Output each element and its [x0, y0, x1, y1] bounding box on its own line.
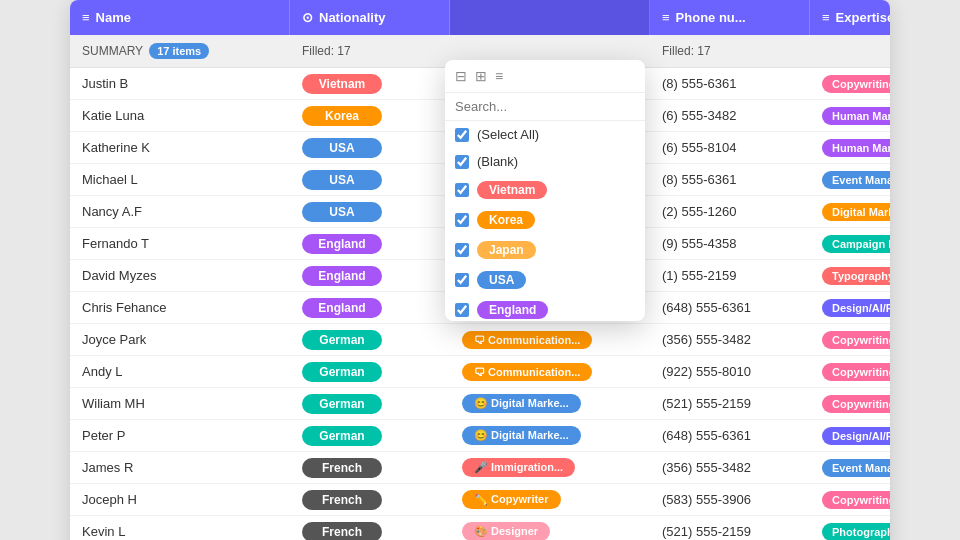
cell-nationality: German — [290, 420, 450, 451]
summary-expertise-cell — [810, 35, 890, 67]
nationality-pill: German — [302, 330, 382, 350]
cell-job: 😊 Digital Marke... — [450, 420, 650, 451]
cell-name: Kevin L — [70, 516, 290, 540]
cell-name: Michael L — [70, 164, 290, 195]
col-header-nationality[interactable]: ⊙ Nationality — [290, 0, 450, 35]
nationality-pill: French — [302, 490, 382, 510]
cell-name: Chris Fehance — [70, 292, 290, 323]
cell-nationality: French — [290, 516, 450, 540]
main-table: ≡ Name ⊙ Nationality ≡ Phone nu... ≡ Exp… — [70, 0, 890, 540]
job-pill: 🗨 Communication... — [462, 363, 592, 381]
dropdown-label-select-all: (Select All) — [477, 127, 539, 142]
checkbox-usa[interactable] — [455, 273, 469, 287]
cell-job: ✏️ Copywriter — [450, 484, 650, 515]
cell-nationality: USA — [290, 132, 450, 163]
cell-nationality: England — [290, 292, 450, 323]
table-row: Wiliam MHGerman😊 Digital Marke...(521) 5… — [70, 388, 890, 420]
dropdown-item-select-all[interactable]: (Select All) — [445, 121, 645, 148]
cell-phone: (583) 555-3906 — [650, 484, 810, 515]
dropdown-search-container[interactable] — [445, 93, 645, 121]
checkbox-japan[interactable] — [455, 243, 469, 257]
cell-expertise: Event Managem...Human Ma — [810, 164, 890, 195]
cell-name: Nancy A.F — [70, 196, 290, 227]
nationality-pill: Vietnam — [302, 74, 382, 94]
checkbox-korea[interactable] — [455, 213, 469, 227]
expertise-pill: Copywriting — [822, 363, 890, 381]
phone-menu-icon: ≡ — [662, 10, 670, 25]
col-phone-label: Phone nu... — [676, 10, 746, 25]
columns-icon[interactable]: ⊞ — [475, 68, 487, 84]
cell-phone: (521) 555-2159 — [650, 388, 810, 419]
cell-expertise: Campaign DesigDesign/AI/Pho — [810, 228, 890, 259]
cell-phone: (356) 555-3482 — [650, 324, 810, 355]
checkbox-select-all[interactable] — [455, 128, 469, 142]
col-header-expertise[interactable]: ≡ Expertise — [810, 0, 890, 35]
filter-icon[interactable]: ⊟ — [455, 68, 467, 84]
table-row: James RFrench🎤 Immigration...(356) 555-3… — [70, 452, 890, 484]
job-pill: 🎨 Designer — [462, 522, 550, 540]
col-name-label: Name — [96, 10, 131, 25]
dropdown-item-korea[interactable]: Korea — [445, 205, 645, 235]
expertise-pill: Copywriting — [822, 395, 890, 413]
cell-job: 🎤 Immigration... — [450, 452, 650, 483]
dropdown-item-usa[interactable]: USA — [445, 265, 645, 295]
cell-name: Andy L — [70, 356, 290, 387]
summary-nat-cell: Filled: 17 — [290, 35, 450, 67]
pill-korea: Korea — [477, 211, 535, 229]
bars-icon[interactable]: ≡ — [495, 68, 503, 84]
cell-nationality: German — [290, 388, 450, 419]
dropdown-item-england[interactable]: England — [445, 295, 645, 321]
nationality-pill: German — [302, 362, 382, 382]
cell-expertise: Design/AI/Pho — [810, 420, 890, 451]
cell-expertise: Human Manage — [810, 100, 890, 131]
cell-expertise: TypographyCampaign Des — [810, 260, 890, 291]
cell-phone: (6) 555-8104 — [650, 132, 810, 163]
cell-name: James R — [70, 452, 290, 483]
summary-label-cell: SUMMARY 17 items — [70, 35, 290, 67]
col-header-name[interactable]: ≡ Name — [70, 0, 290, 35]
cell-phone: (8) 555-6361 — [650, 164, 810, 195]
dropdown-item-vietnam[interactable]: Vietnam — [445, 175, 645, 205]
table-row: Andy LGerman🗨 Communication...(922) 555-… — [70, 356, 890, 388]
circle-icon: ⊙ — [302, 10, 313, 25]
cell-name: Wiliam MH — [70, 388, 290, 419]
cell-name: David Myzes — [70, 260, 290, 291]
cell-expertise: CopywritingEvent Managem... — [810, 68, 890, 99]
col-header-job[interactable] — [450, 0, 650, 35]
nationality-pill: England — [302, 234, 382, 254]
cell-phone: (6) 555-3482 — [650, 100, 810, 131]
cell-phone: (1) 555-2159 — [650, 260, 810, 291]
checkbox-blank[interactable] — [455, 155, 469, 169]
checkbox-england[interactable] — [455, 303, 469, 317]
cell-name: Katherine K — [70, 132, 290, 163]
nationality-pill: Korea — [302, 106, 382, 126]
nationality-pill: French — [302, 458, 382, 478]
job-pill: 😊 Digital Marke... — [462, 426, 581, 445]
table-row: Peter PGerman😊 Digital Marke...(648) 555… — [70, 420, 890, 452]
expertise-pill: Human Manage — [822, 107, 890, 125]
col-header-phone[interactable]: ≡ Phone nu... — [650, 0, 810, 35]
nationality-pill: French — [302, 522, 382, 541]
expertise-pill: Campaign Desig — [822, 235, 890, 253]
expertise-pill: Human Managem... — [822, 139, 890, 157]
dropdown-search-input[interactable] — [455, 99, 635, 114]
filter-dropdown[interactable]: ⊟ ⊞ ≡ (Select All) (Blank) Vietnam Korea — [445, 60, 645, 321]
cell-name: Katie Luna — [70, 100, 290, 131]
nationality-pill: German — [302, 426, 382, 446]
summary-phone-filled: Filled: 17 — [662, 44, 711, 58]
checkbox-vietnam[interactable] — [455, 183, 469, 197]
cell-job: 🎨 Designer — [450, 516, 650, 540]
cell-expertise: Photography — [810, 516, 890, 540]
cell-job: 😊 Digital Marke... — [450, 388, 650, 419]
job-pill: 🗨 Communication... — [462, 331, 592, 349]
expertise-pill: Typography — [822, 267, 890, 285]
cell-phone: (648) 555-6361 — [650, 420, 810, 451]
dropdown-toolbar: ⊟ ⊞ ≡ — [445, 60, 645, 93]
expertise-pill: Copywriting — [822, 331, 890, 349]
cell-nationality: England — [290, 228, 450, 259]
pill-usa: USA — [477, 271, 526, 289]
cell-phone: (648) 555-6361 — [650, 292, 810, 323]
dropdown-item-japan[interactable]: Japan — [445, 235, 645, 265]
cell-name: Joyce Park — [70, 324, 290, 355]
dropdown-item-blank[interactable]: (Blank) — [445, 148, 645, 175]
